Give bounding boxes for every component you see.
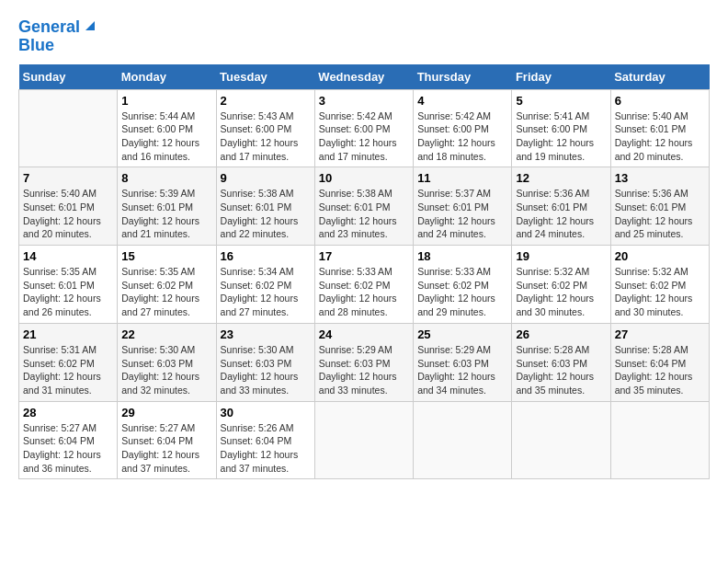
day-info: Sunrise: 5:36 AMSunset: 6:01 PMDaylight:… xyxy=(615,187,705,241)
day-number: 18 xyxy=(417,249,507,263)
header-tuesday: Tuesday xyxy=(216,64,314,90)
day-number: 21 xyxy=(23,327,113,341)
day-number: 3 xyxy=(319,94,409,108)
day-number: 2 xyxy=(221,94,311,108)
day-number: 14 xyxy=(23,249,113,263)
calendar-cell xyxy=(19,89,118,167)
calendar-cell: 30Sunrise: 5:26 AMSunset: 6:04 PMDayligh… xyxy=(216,401,314,479)
day-info: Sunrise: 5:34 AMSunset: 6:02 PMDaylight:… xyxy=(221,265,311,319)
day-info: Sunrise: 5:39 AMSunset: 6:01 PMDaylight:… xyxy=(121,187,211,241)
calendar-cell: 3Sunrise: 5:42 AMSunset: 6:00 PMDaylight… xyxy=(314,89,413,167)
calendar-cell: 22Sunrise: 5:30 AMSunset: 6:03 PMDayligh… xyxy=(118,323,216,401)
day-info: Sunrise: 5:42 AMSunset: 6:00 PMDaylight:… xyxy=(319,109,409,164)
day-info: Sunrise: 5:27 AMSunset: 6:04 PMDaylight:… xyxy=(23,421,113,476)
calendar-header: SundayMondayTuesdayWednesdayThursdayFrid… xyxy=(19,64,710,90)
logo: General Blue xyxy=(18,18,98,55)
day-number: 25 xyxy=(417,327,507,341)
day-number: 12 xyxy=(516,171,606,185)
calendar-cell: 18Sunrise: 5:33 AMSunset: 6:02 PMDayligh… xyxy=(414,246,512,324)
day-info: Sunrise: 5:33 AMSunset: 6:02 PMDaylight:… xyxy=(417,265,507,319)
week-row-5: 28Sunrise: 5:27 AMSunset: 6:04 PMDayligh… xyxy=(19,401,710,479)
header-sunday: Sunday xyxy=(19,64,118,90)
day-number: 5 xyxy=(516,94,606,108)
day-info: Sunrise: 5:35 AMSunset: 6:01 PMDaylight:… xyxy=(23,265,113,319)
day-info: Sunrise: 5:32 AMSunset: 6:02 PMDaylight:… xyxy=(516,265,606,319)
calendar-cell xyxy=(512,401,610,479)
day-number: 8 xyxy=(121,171,211,185)
day-number: 30 xyxy=(221,406,311,419)
calendar-cell: 4Sunrise: 5:42 AMSunset: 6:00 PMDaylight… xyxy=(414,89,512,167)
day-info: Sunrise: 5:27 AMSunset: 6:04 PMDaylight:… xyxy=(121,421,211,476)
day-info: Sunrise: 5:29 AMSunset: 6:03 PMDaylight:… xyxy=(319,343,409,397)
calendar-cell xyxy=(414,401,512,479)
header-row: SundayMondayTuesdayWednesdayThursdayFrid… xyxy=(19,64,710,90)
day-number: 20 xyxy=(615,249,705,263)
day-info: Sunrise: 5:29 AMSunset: 6:03 PMDaylight:… xyxy=(417,343,507,397)
calendar-cell: 26Sunrise: 5:28 AMSunset: 6:03 PMDayligh… xyxy=(512,323,610,401)
calendar-cell: 13Sunrise: 5:36 AMSunset: 6:01 PMDayligh… xyxy=(610,167,709,246)
day-number: 24 xyxy=(319,327,409,341)
day-number: 11 xyxy=(417,171,507,185)
calendar-cell: 9Sunrise: 5:38 AMSunset: 6:01 PMDaylight… xyxy=(216,167,314,246)
day-number: 17 xyxy=(319,249,409,263)
calendar-cell: 21Sunrise: 5:31 AMSunset: 6:02 PMDayligh… xyxy=(19,323,118,401)
day-info: Sunrise: 5:31 AMSunset: 6:02 PMDaylight:… xyxy=(23,343,113,397)
day-info: Sunrise: 5:41 AMSunset: 6:00 PMDaylight:… xyxy=(516,109,606,164)
svg-marker-0 xyxy=(85,21,95,30)
day-number: 4 xyxy=(417,94,507,108)
week-row-4: 21Sunrise: 5:31 AMSunset: 6:02 PMDayligh… xyxy=(19,323,710,401)
day-number: 27 xyxy=(615,327,705,341)
calendar-cell: 11Sunrise: 5:37 AMSunset: 6:01 PMDayligh… xyxy=(414,167,512,246)
week-row-3: 14Sunrise: 5:35 AMSunset: 6:01 PMDayligh… xyxy=(19,246,710,324)
day-info: Sunrise: 5:33 AMSunset: 6:02 PMDaylight:… xyxy=(319,265,409,319)
day-info: Sunrise: 5:40 AMSunset: 6:01 PMDaylight:… xyxy=(615,109,705,164)
calendar-cell: 25Sunrise: 5:29 AMSunset: 6:03 PMDayligh… xyxy=(414,323,512,401)
header-saturday: Saturday xyxy=(610,64,709,90)
calendar-cell: 17Sunrise: 5:33 AMSunset: 6:02 PMDayligh… xyxy=(314,246,413,324)
calendar-cell xyxy=(314,401,413,479)
calendar-cell: 5Sunrise: 5:41 AMSunset: 6:00 PMDaylight… xyxy=(512,89,610,167)
calendar-cell: 15Sunrise: 5:35 AMSunset: 6:02 PMDayligh… xyxy=(118,246,216,324)
day-number: 9 xyxy=(221,171,311,185)
calendar-cell: 7Sunrise: 5:40 AMSunset: 6:01 PMDaylight… xyxy=(19,167,118,246)
day-number: 13 xyxy=(615,171,705,185)
day-number: 22 xyxy=(121,327,211,341)
calendar-cell xyxy=(610,401,709,479)
calendar-cell: 1Sunrise: 5:44 AMSunset: 6:00 PMDaylight… xyxy=(118,89,216,167)
week-row-1: 1Sunrise: 5:44 AMSunset: 6:00 PMDaylight… xyxy=(19,89,710,167)
calendar-cell: 20Sunrise: 5:32 AMSunset: 6:02 PMDayligh… xyxy=(610,246,709,324)
day-number: 7 xyxy=(23,171,113,185)
day-number: 1 xyxy=(121,94,211,108)
calendar-cell: 16Sunrise: 5:34 AMSunset: 6:02 PMDayligh… xyxy=(216,246,314,324)
day-info: Sunrise: 5:35 AMSunset: 6:02 PMDaylight:… xyxy=(121,265,211,319)
calendar-cell: 19Sunrise: 5:32 AMSunset: 6:02 PMDayligh… xyxy=(512,246,610,324)
logo-blue: Blue xyxy=(18,37,54,55)
header-wednesday: Wednesday xyxy=(314,64,413,90)
calendar-cell: 6Sunrise: 5:40 AMSunset: 6:01 PMDaylight… xyxy=(610,89,709,167)
day-info: Sunrise: 5:44 AMSunset: 6:00 PMDaylight:… xyxy=(121,109,211,164)
calendar-cell: 14Sunrise: 5:35 AMSunset: 6:01 PMDayligh… xyxy=(19,246,118,324)
day-number: 15 xyxy=(121,249,211,263)
day-info: Sunrise: 5:26 AMSunset: 6:04 PMDaylight:… xyxy=(221,421,311,476)
day-info: Sunrise: 5:28 AMSunset: 6:04 PMDaylight:… xyxy=(615,343,705,397)
page-header: General Blue xyxy=(18,18,710,55)
calendar-cell: 29Sunrise: 5:27 AMSunset: 6:04 PMDayligh… xyxy=(118,401,216,479)
day-number: 28 xyxy=(23,406,113,419)
day-info: Sunrise: 5:38 AMSunset: 6:01 PMDaylight:… xyxy=(221,187,311,241)
calendar-cell: 10Sunrise: 5:38 AMSunset: 6:01 PMDayligh… xyxy=(314,167,413,246)
logo-icon xyxy=(82,17,98,34)
header-friday: Friday xyxy=(512,64,610,90)
day-info: Sunrise: 5:30 AMSunset: 6:03 PMDaylight:… xyxy=(121,343,211,397)
calendar-cell: 24Sunrise: 5:29 AMSunset: 6:03 PMDayligh… xyxy=(314,323,413,401)
week-row-2: 7Sunrise: 5:40 AMSunset: 6:01 PMDaylight… xyxy=(19,167,710,246)
calendar-body: 1Sunrise: 5:44 AMSunset: 6:00 PMDaylight… xyxy=(19,89,710,479)
day-number: 23 xyxy=(221,327,311,341)
day-number: 29 xyxy=(121,406,211,419)
day-info: Sunrise: 5:43 AMSunset: 6:00 PMDaylight:… xyxy=(221,109,311,164)
day-number: 16 xyxy=(221,249,311,263)
calendar-cell: 27Sunrise: 5:28 AMSunset: 6:04 PMDayligh… xyxy=(610,323,709,401)
calendar-cell: 12Sunrise: 5:36 AMSunset: 6:01 PMDayligh… xyxy=(512,167,610,246)
day-number: 19 xyxy=(516,249,606,263)
day-info: Sunrise: 5:37 AMSunset: 6:01 PMDaylight:… xyxy=(417,187,507,241)
calendar-cell: 2Sunrise: 5:43 AMSunset: 6:00 PMDaylight… xyxy=(216,89,314,167)
